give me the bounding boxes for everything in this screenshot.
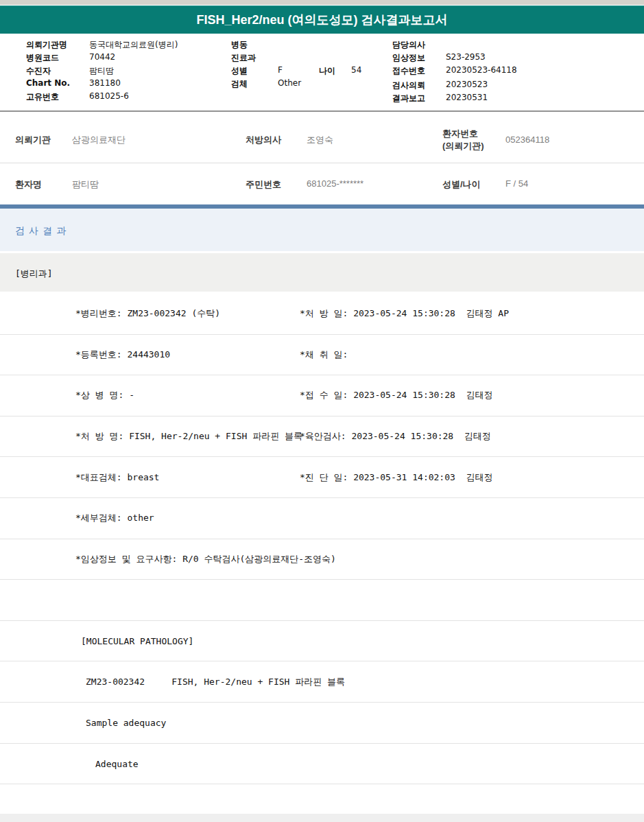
- field-examinee-label: 수진자: [26, 65, 51, 77]
- field-resident-no-label: 주민번호: [246, 178, 281, 191]
- field-unique-no-value: 681025-6: [89, 91, 129, 101]
- field-clinical-info-label: 임상정보: [392, 52, 425, 64]
- result-row-clinical-request: *임상정보 및 요구사항: R/0 수탁검사(삼광의료재단-조영숙): [0, 539, 644, 580]
- field-patient-name-label: 환자명: [15, 178, 42, 191]
- result-row-empty: [0, 784, 644, 814]
- result-left: *임상정보 및 요구사항: R/0 수탁검사(삼광의료재단-조영숙): [75, 553, 336, 565]
- field-sex-age-value: F / 54: [505, 178, 528, 189]
- field-patient-no-value: 052364118: [505, 134, 549, 145]
- field-result-report-value: 20230531: [446, 93, 488, 102]
- field-receipt-no-value: 20230523-64118: [446, 65, 517, 75]
- department-name: [병리과]: [15, 268, 53, 280]
- field-sex-label: 성별: [231, 65, 248, 77]
- result-right: *채 취 일:: [300, 349, 348, 361]
- field-clinic-label: 진료과: [231, 52, 256, 64]
- result-left: Sample adequacy: [86, 718, 166, 728]
- result-row-order-name: *처 방 명: FISH, Her-2/neu + FISH 파라핀 블록 *육…: [0, 416, 644, 457]
- field-patient-no-label: 환자번호 (의뢰기관): [442, 128, 484, 152]
- field-resident-no-value: 681025-*******: [307, 178, 363, 189]
- field-ward-label: 병동: [231, 39, 248, 51]
- field-examinee-value: 팜티땀: [89, 65, 114, 77]
- result-left: *처 방 명: FISH, Her-2/neu + FISH 파라핀 블록: [75, 430, 302, 443]
- report-title-bar: FISH_Her2/neu (여의도성모) 검사결과보고서: [0, 5, 644, 34]
- result-left: *등록번호: 24443010: [75, 349, 170, 361]
- result-row-sub-specimen: *세부검체: other: [0, 497, 644, 539]
- field-referrer-label: 의뢰기관: [15, 134, 51, 146]
- result-row-diagnosis-name: *상 병 명: - *접 수 일: 2023-05-24 15:30:28 김태…: [0, 375, 644, 416]
- result-row-molecular-pathology-header: [MOLECULAR PATHOLOGY]: [0, 620, 644, 661]
- report-title: FISH_Her2/neu (여의도성모) 검사결과보고서: [0, 6, 644, 34]
- result-row-adequate: Adequate: [0, 743, 644, 784]
- result-rows: *병리번호: ZM23-002342 (수탁) *처 방 일: 2023-05-…: [0, 293, 644, 814]
- field-test-request-value: 20230523: [446, 80, 488, 89]
- patient-rows-divider: [0, 163, 644, 163]
- result-right: *육안검사: 2023-05-24 15:30:28 김태정: [300, 430, 491, 443]
- field-sex-age-label: 성별/나이: [442, 178, 481, 191]
- field-result-report-label: 결과보고: [392, 93, 425, 104]
- result-left: *대표검체: breast: [75, 471, 159, 484]
- result-right: *접 수 일: 2023-05-24 15:30:28 김태정: [300, 389, 493, 401]
- result-right: *처 방 일: 2023-05-24 15:30:28 김태정 AP: [300, 307, 509, 320]
- department-band: [병리과]: [0, 253, 644, 292]
- field-test-request-label: 검사의뢰: [392, 80, 425, 91]
- result-row-pathology-no: *병리번호: ZM23-002342 (수탁) *처 방 일: 2023-05-…: [0, 293, 644, 334]
- result-left: *병리번호: ZM23-002342 (수탁): [75, 307, 220, 320]
- bottom-strip: [0, 814, 644, 822]
- field-attending-doctor-label: 담당의사: [392, 39, 425, 51]
- result-left: [MOLECULAR PATHOLOGY]: [81, 636, 193, 646]
- field-hospital-code-label: 병원코드: [26, 52, 59, 64]
- field-referrer-value: 삼광의료재단: [72, 134, 126, 146]
- field-specimen-value: Other: [278, 78, 301, 88]
- window-top-strip: [0, 0, 644, 5]
- result-row-registration-no: *등록번호: 24443010 *채 취 일:: [0, 334, 644, 375]
- result-row-main-specimen: *대표검체: breast *진 단 일: 2023-05-31 14:02:0…: [0, 456, 644, 497]
- field-age-value: 54: [351, 65, 361, 75]
- result-row-sample-adequacy: Sample adequacy: [0, 702, 644, 743]
- field-unique-no-label: 고유번호: [26, 91, 59, 103]
- field-ordering-doctor-value: 조영숙: [307, 134, 333, 146]
- field-receipt-no-label: 접수번호: [392, 65, 425, 77]
- result-right: *진 단 일: 2023-05-31 14:02:03 김태정: [300, 471, 493, 484]
- field-sex-value: F: [278, 65, 283, 75]
- result-left: *상 병 명: -: [75, 389, 134, 401]
- result-row-empty: [0, 579, 644, 620]
- field-specimen-label: 검체: [231, 78, 248, 90]
- header-divider: [0, 110, 644, 112]
- field-patient-name-value: 팜티땀: [72, 178, 99, 191]
- field-referring-org-label: 의뢰기관명: [26, 39, 67, 51]
- field-chart-no-label: Chart No.: [26, 78, 70, 88]
- field-chart-no-value: 381180: [89, 78, 121, 88]
- result-left: *세부검체: other: [75, 512, 154, 524]
- field-ordering-doctor-label: 처방의사: [246, 134, 281, 146]
- result-left: ZM23-002342 FISH, Her-2/neu + FISH 파라핀 블…: [86, 676, 345, 688]
- result-row-specimen-test-name: ZM23-002342 FISH, Her-2/neu + FISH 파라핀 블…: [0, 661, 644, 702]
- result-left: Adequate: [95, 758, 139, 768]
- field-hospital-code-value: 70442: [89, 52, 115, 62]
- field-age-label: 나이: [319, 65, 335, 77]
- test-result-section-title: 검사결과: [15, 225, 70, 237]
- field-referring-org-value: 동국대학교의료원(병리): [89, 39, 178, 51]
- field-clinical-info-value: S23-2953: [446, 52, 486, 62]
- test-result-section-header: 검사결과: [0, 209, 644, 251]
- report-page: FISH_Her2/neu (여의도성모) 검사결과보고서 의뢰기관명 동국대학…: [0, 0, 644, 822]
